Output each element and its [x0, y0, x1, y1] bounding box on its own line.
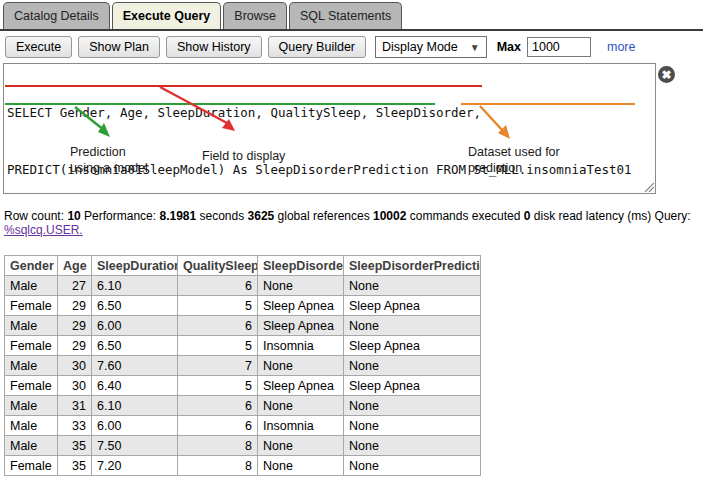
orange-underline: [461, 103, 635, 105]
table-cell: Male: [5, 356, 58, 376]
column-header: SleepDisorderPrediction: [344, 256, 481, 276]
table-cell: None: [258, 396, 344, 416]
close-icon[interactable]: ✖: [656, 64, 677, 85]
display-mode-select[interactable]: Display Mode ▼: [375, 36, 487, 58]
table-cell: None: [258, 356, 344, 376]
tab-sql-statements[interactable]: SQL Statements: [289, 2, 402, 29]
table-cell: 33: [58, 416, 92, 436]
global-refs-value: 3625: [248, 209, 275, 223]
resize-handle[interactable]: [643, 181, 654, 192]
query-builder-button[interactable]: Query Builder: [268, 36, 366, 58]
table-cell: 5: [178, 376, 258, 396]
table-cell: 6.10: [92, 396, 178, 416]
global-refs-label: global references: [278, 209, 370, 223]
table-cell: Male: [5, 416, 58, 436]
table-cell: 6: [178, 316, 258, 336]
table-cell: 5: [178, 336, 258, 356]
commands-value: 10002: [373, 209, 406, 223]
table-cell: 6.00: [92, 416, 178, 436]
annotation-field-display: Field to display: [202, 148, 285, 164]
performance-value: 8.1981: [159, 209, 196, 223]
table-cell: 29: [58, 336, 92, 356]
table-cell: Male: [5, 276, 58, 296]
annotation-prediction-model: Prediction using a model: [70, 144, 148, 176]
execute-button[interactable]: Execute: [5, 36, 72, 58]
tab-browse[interactable]: Browse: [223, 2, 287, 29]
table-cell: Insomnia: [258, 416, 344, 436]
table-row: Female306.405Sleep ApneaSleep Apnea: [5, 376, 481, 396]
table-cell: 6.50: [92, 296, 178, 316]
table-row: Female357.208NoneNone: [5, 456, 481, 476]
table-cell: None: [258, 436, 344, 456]
column-header: SleepDuration: [92, 256, 178, 276]
table-cell: Sleep Apnea: [344, 376, 481, 396]
table-cell: 6: [178, 396, 258, 416]
table-cell: 29: [58, 296, 92, 316]
column-header: SleepDisorder: [258, 256, 344, 276]
show-history-button[interactable]: Show History: [166, 36, 262, 58]
display-mode-value: Display Mode: [382, 40, 458, 54]
table-cell: 6.10: [92, 276, 178, 296]
table-cell: None: [344, 396, 481, 416]
performance-label: Performance:: [84, 209, 156, 223]
query-area: SELECT Gender, Age, SleepDuration, Quali…: [0, 63, 703, 197]
disk-latency-value: 0: [524, 209, 531, 223]
table-row: Male316.106NoneNone: [5, 396, 481, 416]
table-row: Male296.006Sleep ApneaNone: [5, 316, 481, 336]
max-rows-input[interactable]: [527, 37, 591, 57]
more-link[interactable]: more: [607, 40, 635, 54]
tab-bar: Catalog Details Execute Query Browse SQL…: [0, 0, 703, 31]
query-editor[interactable]: SELECT Gender, Age, SleepDuration, Quali…: [3, 63, 656, 194]
table-cell: 8: [178, 436, 258, 456]
table-row: Male357.508NoneNone: [5, 436, 481, 456]
table-row: Male307.607NoneNone: [5, 356, 481, 376]
table-cell: 29: [58, 316, 92, 336]
tab-catalog-details[interactable]: Catalog Details: [3, 2, 110, 29]
table-cell: Sleep Apnea: [258, 376, 344, 396]
table-cell: 6.40: [92, 376, 178, 396]
table-cell: None: [344, 436, 481, 456]
show-plan-button[interactable]: Show Plan: [78, 36, 160, 58]
column-header: Age: [58, 256, 92, 276]
table-row: Male276.106NoneNone: [5, 276, 481, 296]
max-label: Max: [497, 40, 521, 54]
annotation-line: Prediction: [70, 144, 148, 160]
table-cell: 7.50: [92, 436, 178, 456]
red-underline: [5, 85, 482, 87]
table-cell: 6: [178, 416, 258, 436]
table-cell: Female: [5, 456, 58, 476]
table-cell: 6.50: [92, 336, 178, 356]
sql-line-1: SELECT Gender, Age, SleepDuration, Quali…: [7, 103, 632, 122]
table-cell: 6: [178, 276, 258, 296]
row-count-value: 10: [67, 209, 80, 223]
table-cell: Sleep Apnea: [344, 296, 481, 316]
table-cell: Insomnia: [258, 336, 344, 356]
annotation-line: prediction: [468, 160, 560, 176]
column-header: Gender: [5, 256, 58, 276]
results-table: GenderAgeSleepDurationQualitySleepSleepD…: [4, 255, 481, 476]
annotation-dataset: Dataset used for prediction: [468, 144, 560, 176]
table-cell: Male: [5, 396, 58, 416]
table-cell: 35: [58, 456, 92, 476]
table-cell: Sleep Apnea: [344, 336, 481, 356]
table-header-row: GenderAgeSleepDurationQualitySleepSleepD…: [5, 256, 481, 276]
query-cache-link[interactable]: %sqlcq.USER.: [4, 223, 83, 237]
table-cell: Female: [5, 336, 58, 356]
table-cell: Male: [5, 316, 58, 336]
table-cell: 35: [58, 436, 92, 456]
table-cell: Sleep Apnea: [258, 316, 344, 336]
table-cell: Female: [5, 296, 58, 316]
table-cell: 7: [178, 356, 258, 376]
table-row: Female296.505Sleep ApneaSleep Apnea: [5, 296, 481, 316]
table-cell: 8: [178, 456, 258, 476]
column-header: QualitySleep: [178, 256, 258, 276]
results-table-body: Male276.106NoneNoneFemale296.505Sleep Ap…: [5, 276, 481, 476]
tab-execute-query[interactable]: Execute Query: [112, 2, 222, 29]
table-cell: None: [344, 416, 481, 436]
table-cell: 27: [58, 276, 92, 296]
table-cell: 7.20: [92, 456, 178, 476]
green-underline: [5, 103, 435, 105]
table-cell: None: [344, 456, 481, 476]
annotation-line: Field to display: [202, 148, 285, 164]
table-cell: None: [344, 276, 481, 296]
